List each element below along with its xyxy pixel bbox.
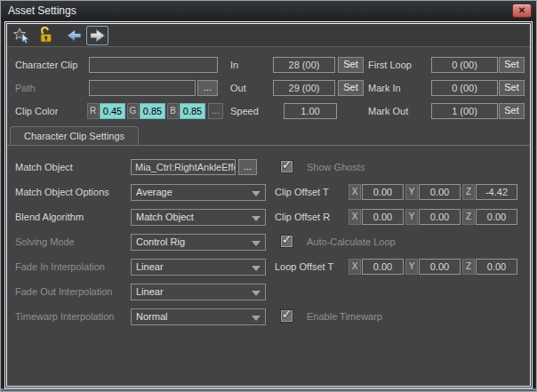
clip-offset-r-z-field[interactable]: 0.00 bbox=[476, 209, 517, 225]
enable-timewarp-label: Enable Timewarp bbox=[307, 308, 382, 324]
fade-in-interpolation-dropdown[interactable]: Linear bbox=[131, 259, 266, 276]
check-icon: ✓ bbox=[282, 159, 292, 172]
clip-offset-r-y-field[interactable]: 0.00 bbox=[419, 209, 461, 225]
tab-divider bbox=[7, 145, 530, 146]
in-set-button[interactable]: Set bbox=[338, 57, 364, 73]
dropdown-arrow-icon bbox=[252, 241, 260, 246]
first-loop-set-button[interactable]: Set bbox=[499, 57, 525, 73]
dropdown-arrow-icon bbox=[252, 191, 260, 196]
first-loop-field[interactable]: 0 (00) bbox=[431, 57, 498, 73]
out-set-button[interactable]: Set bbox=[338, 80, 364, 96]
clip-color-r-field[interactable]: 0.45 bbox=[100, 103, 125, 119]
auto-calculate-loop-checkbox[interactable]: ✓ bbox=[281, 236, 293, 247]
solving-mode-value: Control Rig bbox=[136, 236, 185, 247]
mark-out-set-button[interactable]: Set bbox=[499, 103, 525, 119]
clip-offset-r-x-field[interactable]: 0.00 bbox=[362, 209, 404, 225]
clip-color-b-label: B bbox=[167, 103, 179, 119]
clip-offset-t-x-label[interactable]: X bbox=[349, 184, 361, 200]
speed-field[interactable]: 1.00 bbox=[284, 103, 337, 119]
dropdown-arrow-icon bbox=[252, 316, 260, 321]
mark-in-set-button[interactable]: Set bbox=[499, 80, 525, 96]
match-object-options-label: Match Object Options bbox=[15, 184, 109, 200]
blend-algorithm-label: Blend Algorithm bbox=[15, 209, 84, 225]
mark-in-field[interactable]: 0 (00) bbox=[431, 80, 498, 96]
dropdown-arrow-icon bbox=[252, 266, 260, 271]
character-clip-field[interactable] bbox=[89, 57, 218, 73]
loop-offset-t-x-label[interactable]: X bbox=[349, 259, 361, 275]
character-clip-label: Character Clip bbox=[15, 57, 77, 73]
close-icon: ✕ bbox=[518, 5, 525, 15]
clip-color-label: Clip Color bbox=[15, 103, 58, 119]
close-button[interactable]: ✕ bbox=[512, 4, 532, 18]
clip-color-r-label: R bbox=[87, 103, 99, 119]
window-title: Asset Settings bbox=[8, 4, 76, 17]
out-field[interactable]: 29 (00) bbox=[273, 80, 335, 96]
lock-button[interactable] bbox=[35, 26, 57, 45]
clip-offset-t-x-field[interactable]: 0.00 bbox=[362, 184, 404, 200]
clip-offset-r-y-label[interactable]: Y bbox=[405, 209, 418, 225]
clip-offset-r-x-label[interactable]: X bbox=[349, 209, 361, 225]
tab-character-clip-settings[interactable]: Character Clip Settings bbox=[10, 126, 139, 146]
toolbar bbox=[7, 24, 530, 47]
mark-in-label: Mark In bbox=[368, 80, 401, 96]
clip-offset-t-label: Clip Offset T bbox=[275, 184, 329, 200]
dropdown-arrow-icon bbox=[252, 291, 260, 296]
clip-color-browse-button[interactable]: ... bbox=[208, 103, 223, 119]
fade-out-interpolation-label: Fade Out Interpolation bbox=[15, 284, 112, 300]
in-field[interactable]: 28 (00) bbox=[273, 57, 335, 73]
back-arrow-icon bbox=[64, 27, 84, 44]
clip-color-b-field[interactable]: 0.85 bbox=[180, 103, 205, 119]
loop-offset-t-x-field[interactable]: 0.00 bbox=[362, 259, 404, 275]
fade-in-interpolation-label: Fade In Interpolation bbox=[15, 259, 105, 275]
match-object-label: Match Object bbox=[15, 159, 73, 175]
match-object-field[interactable]: Mia_Ctrl:RightAnkleEffe... bbox=[131, 159, 236, 175]
clip-offset-r-z-label[interactable]: Z bbox=[462, 209, 475, 225]
show-ghosts-label: Show Ghosts bbox=[307, 159, 365, 175]
clip-offset-t-y-field[interactable]: 0.00 bbox=[419, 184, 461, 200]
match-object-options-dropdown[interactable]: Average bbox=[131, 184, 266, 201]
solving-mode-label: Solving Mode bbox=[15, 234, 75, 250]
fade-out-interpolation-value: Linear bbox=[136, 286, 164, 297]
auto-calculate-loop-label: Auto-Calculate Loop bbox=[307, 234, 396, 250]
blend-algorithm-value: Match Object bbox=[136, 212, 194, 222]
fade-out-interpolation-dropdown[interactable]: Linear bbox=[131, 284, 266, 300]
mark-out-field[interactable]: 1 (00) bbox=[431, 103, 498, 119]
loop-offset-t-y-field[interactable]: 0.00 bbox=[419, 259, 461, 275]
path-browse-button[interactable]: ... bbox=[197, 80, 218, 96]
check-icon: ✓ bbox=[282, 234, 292, 246]
client-frame: Character Clip In 28 (00) Set First Loop… bbox=[4, 21, 533, 388]
enable-timewarp-checkbox[interactable]: ✓ bbox=[281, 310, 293, 322]
timewarp-interpolation-dropdown[interactable]: Normal bbox=[131, 308, 266, 325]
asset-settings-window: Asset Settings ✕ bbox=[0, 0, 537, 392]
path-field[interactable] bbox=[89, 80, 196, 96]
back-button[interactable] bbox=[62, 26, 84, 45]
match-object-browse-button[interactable]: ... bbox=[238, 159, 257, 175]
clip-offset-t-z-label[interactable]: Z bbox=[462, 184, 475, 200]
unlock-icon bbox=[36, 27, 56, 44]
client-area: Character Clip In 28 (00) Set First Loop… bbox=[6, 23, 531, 387]
clip-offset-t-y-label[interactable]: Y bbox=[405, 184, 418, 200]
solving-mode-dropdown[interactable]: Control Rig bbox=[131, 234, 266, 251]
blend-algorithm-dropdown[interactable]: Match Object bbox=[131, 209, 266, 226]
titlebar[interactable]: Asset Settings ✕ bbox=[1, 1, 536, 20]
clip-offset-r-label: Clip Offset R bbox=[275, 209, 330, 225]
forward-arrow-icon bbox=[88, 27, 108, 44]
show-ghosts-checkbox[interactable]: ✓ bbox=[281, 161, 293, 172]
fade-in-interpolation-value: Linear bbox=[136, 261, 164, 272]
clip-color-g-field[interactable]: 0.85 bbox=[140, 103, 165, 119]
forward-button[interactable] bbox=[86, 26, 108, 45]
clip-offset-t-z-field[interactable]: -4.42 bbox=[476, 184, 517, 200]
mark-out-label: Mark Out bbox=[368, 103, 408, 119]
pick-favorite-button[interactable] bbox=[10, 26, 32, 45]
in-label: In bbox=[230, 57, 238, 73]
timewarp-interpolation-value: Normal bbox=[136, 311, 167, 322]
loop-offset-t-y-label[interactable]: Y bbox=[405, 259, 418, 275]
clip-color-g-label: G bbox=[127, 103, 139, 119]
path-label: Path bbox=[15, 80, 36, 96]
first-loop-label: First Loop bbox=[368, 57, 412, 73]
loop-offset-t-z-label[interactable]: Z bbox=[462, 259, 475, 275]
out-label: Out bbox=[230, 80, 246, 96]
speed-label: Speed bbox=[230, 103, 259, 119]
loop-offset-t-z-field[interactable]: 0.00 bbox=[476, 259, 517, 275]
star-pick-icon bbox=[12, 27, 31, 44]
